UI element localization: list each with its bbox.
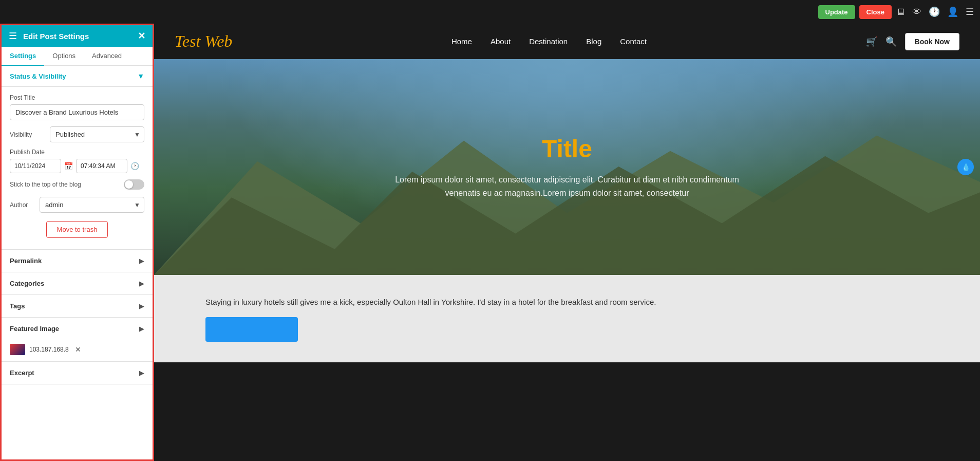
- calendar-icon: 📅: [64, 162, 73, 170]
- publish-date-field: Publish Date 📅 🕐: [10, 149, 144, 173]
- tags-title: Tags: [10, 302, 25, 310]
- featured-image-content: 103.187.168.8 ✕: [2, 340, 153, 361]
- visibility-select-wrap: Published Draft Private ▼: [50, 126, 144, 142]
- categories-arrow: ▶: [139, 280, 144, 287]
- top-toolbar: Update Close 🖥 👁 🕐 👤 ☰: [0, 0, 980, 24]
- author-select[interactable]: admin: [40, 197, 144, 213]
- publish-date-label: Publish Date: [10, 149, 144, 156]
- visibility-label: Visibility: [10, 131, 46, 138]
- main-layout: ☰ Edit Post Settings ✕ Settings Options …: [0, 24, 980, 461]
- panel-content: Status & Visibility ▼ Post Title Visibil…: [2, 66, 153, 459]
- content-section: Staying in luxury hotels still gives me …: [154, 275, 980, 362]
- status-visibility-arrow: ▼: [137, 72, 144, 80]
- user-icon[interactable]: 👤: [947, 6, 958, 17]
- history-icon[interactable]: 🕐: [929, 6, 940, 17]
- cart-icon[interactable]: 🛒: [866, 36, 877, 47]
- nav-about[interactable]: About: [491, 37, 511, 46]
- date-input[interactable]: [10, 159, 61, 173]
- status-visibility-content: Post Title Visibility Published Draft Pr…: [2, 87, 153, 250]
- tab-options[interactable]: Options: [44, 47, 84, 66]
- excerpt-arrow: ▶: [139, 369, 144, 377]
- clock-icon: 🕐: [130, 162, 139, 170]
- tab-advanced[interactable]: Advanced: [84, 47, 130, 66]
- content-cta-bar: [205, 317, 298, 342]
- excerpt-section[interactable]: Excerpt ▶: [2, 362, 153, 384]
- eye-icon[interactable]: 👁: [912, 7, 921, 17]
- featured-image-thumb: [10, 344, 25, 355]
- featured-image-title: Featured Image: [10, 325, 59, 333]
- close-button[interactable]: Close: [859, 5, 892, 19]
- categories-section[interactable]: Categories ▶: [2, 272, 153, 295]
- book-now-button[interactable]: Book Now: [905, 33, 959, 50]
- post-title-label: Post Title: [10, 94, 144, 101]
- permalink-title: Permalink: [10, 257, 42, 265]
- stick-to-top-row: Stick to the top of the blog: [10, 179, 144, 190]
- tags-section[interactable]: Tags ▶: [2, 295, 153, 318]
- featured-image-info: 103.187.168.8: [29, 346, 69, 353]
- tab-settings[interactable]: Settings: [2, 47, 44, 66]
- visibility-field: Visibility Published Draft Private ▼: [10, 126, 144, 142]
- nav-contact[interactable]: Contact: [620, 37, 647, 46]
- hero-subtitle: Lorem ipsum dolor sit amet, consectetur …: [387, 173, 747, 199]
- website-preview: Test Web Home About Destination Blog Con…: [154, 24, 980, 461]
- panel-close-icon[interactable]: ✕: [138, 30, 145, 42]
- panel-header: ☰ Edit Post Settings ✕: [2, 25, 153, 47]
- status-visibility-header[interactable]: Status & Visibility ▼: [2, 66, 153, 87]
- featured-image-arrow: ▶: [139, 325, 144, 333]
- author-select-wrap: admin ▼: [40, 197, 144, 213]
- search-icon[interactable]: 🔍: [885, 36, 897, 47]
- hero-section: Title Lorem ipsum dolor sit amet, consec…: [154, 59, 980, 275]
- stick-to-top-toggle[interactable]: [124, 179, 144, 190]
- post-title-input[interactable]: [10, 104, 144, 120]
- left-panel: ☰ Edit Post Settings ✕ Settings Options …: [0, 24, 154, 461]
- time-input[interactable]: [76, 159, 127, 173]
- status-visibility-title: Status & Visibility: [10, 72, 66, 80]
- hero-title: Title: [387, 135, 747, 163]
- move-to-trash-wrap: Move to trash: [10, 221, 144, 238]
- nav-menu: Home About Destination Blog Contact: [451, 37, 647, 46]
- tags-arrow: ▶: [139, 302, 144, 310]
- visibility-select[interactable]: Published Draft Private: [50, 126, 144, 142]
- nav-home[interactable]: Home: [451, 37, 472, 46]
- site-logo: Test Web: [175, 32, 232, 51]
- update-button[interactable]: Update: [818, 5, 855, 19]
- content-text: Staying in luxury hotels still gives me …: [205, 296, 929, 309]
- move-to-trash-button[interactable]: Move to trash: [46, 221, 108, 238]
- author-field: Author admin ▼: [10, 197, 144, 213]
- featured-image-header[interactable]: Featured Image ▶: [2, 318, 153, 340]
- hamburger-icon[interactable]: ☰: [9, 30, 17, 42]
- hero-scroll-icon[interactable]: 💧: [957, 159, 974, 175]
- excerpt-title: Excerpt: [10, 369, 34, 377]
- panel-tabs: Settings Options Advanced: [2, 47, 153, 66]
- publish-date-row: 📅 🕐: [10, 159, 144, 173]
- nav-destination[interactable]: Destination: [529, 37, 568, 46]
- featured-image-remove-icon[interactable]: ✕: [75, 345, 81, 354]
- website-header: Test Web Home About Destination Blog Con…: [154, 24, 980, 59]
- nav-blog[interactable]: Blog: [586, 37, 601, 46]
- toolbar-icons: 🖥 👁 🕐 👤 ☰: [896, 6, 974, 17]
- categories-title: Categories: [10, 280, 44, 287]
- nav-icons: 🛒 🔍 Book Now: [866, 33, 959, 50]
- menu-icon[interactable]: ☰: [966, 6, 974, 17]
- post-title-field: Post Title: [10, 94, 144, 120]
- featured-image-section: Featured Image ▶ 103.187.168.8 ✕: [2, 318, 153, 362]
- hero-text: Title Lorem ipsum dolor sit amet, consec…: [387, 135, 747, 199]
- stick-to-top-label: Stick to the top of the blog: [10, 181, 81, 188]
- permalink-arrow: ▶: [139, 257, 144, 265]
- panel-title: Edit Post Settings: [23, 32, 131, 41]
- desktop-icon[interactable]: 🖥: [896, 7, 905, 17]
- permalink-section[interactable]: Permalink ▶: [2, 250, 153, 272]
- author-label: Author: [10, 201, 35, 209]
